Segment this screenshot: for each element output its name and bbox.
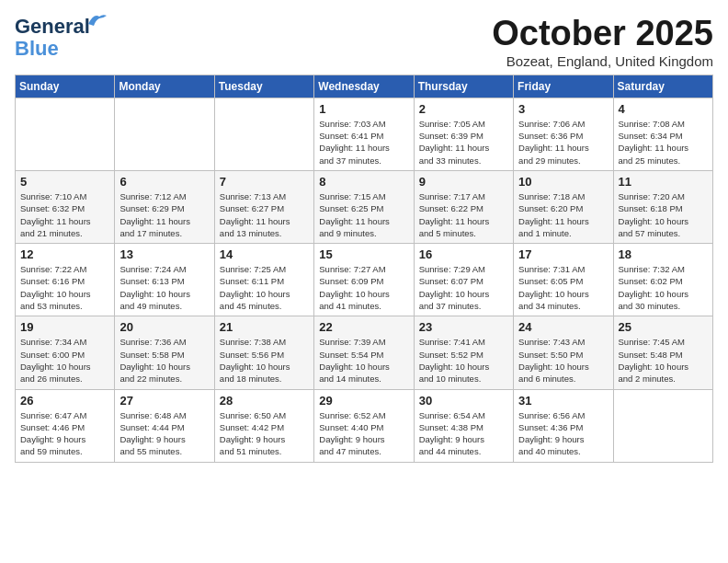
day-info: Sunrise: 7:17 AM Sunset: 6:22 PM Dayligh… — [419, 190, 508, 239]
calendar-cell: 26Sunrise: 6:47 AM Sunset: 4:46 PM Dayli… — [16, 389, 115, 462]
calendar-cell: 19Sunrise: 7:34 AM Sunset: 6:00 PM Dayli… — [16, 316, 115, 389]
day-number: 18 — [619, 247, 708, 261]
calendar-cell — [613, 389, 712, 462]
day-info: Sunrise: 7:31 AM Sunset: 6:05 PM Dayligh… — [518, 263, 608, 312]
day-info: Sunrise: 7:41 AM Sunset: 5:52 PM Dayligh… — [419, 336, 508, 385]
day-info: Sunrise: 7:13 AM Sunset: 6:27 PM Dayligh… — [220, 190, 309, 239]
day-info: Sunrise: 7:10 AM Sunset: 6:32 PM Dayligh… — [20, 190, 109, 239]
day-info: Sunrise: 6:54 AM Sunset: 4:38 PM Dayligh… — [419, 409, 508, 458]
day-number: 26 — [20, 394, 109, 408]
day-info: Sunrise: 7:32 AM Sunset: 6:02 PM Dayligh… — [619, 263, 708, 312]
calendar-cell: 3Sunrise: 7:06 AM Sunset: 6:36 PM Daylig… — [514, 98, 613, 170]
day-info: Sunrise: 7:29 AM Sunset: 6:07 PM Dayligh… — [419, 263, 508, 312]
calendar-week-3: 12Sunrise: 7:22 AM Sunset: 6:16 PM Dayli… — [16, 244, 713, 316]
day-number: 1 — [319, 102, 408, 116]
day-info: Sunrise: 7:27 AM Sunset: 6:09 PM Dayligh… — [319, 263, 408, 312]
calendar-cell: 2Sunrise: 7:05 AM Sunset: 6:39 PM Daylig… — [414, 98, 513, 170]
day-info: Sunrise: 7:03 AM Sunset: 6:41 PM Dayligh… — [319, 118, 408, 167]
calendar-cell: 14Sunrise: 7:25 AM Sunset: 6:11 PM Dayli… — [214, 244, 313, 316]
calendar-cell: 15Sunrise: 7:27 AM Sunset: 6:09 PM Dayli… — [314, 244, 414, 316]
calendar-cell: 31Sunrise: 6:56 AM Sunset: 4:36 PM Dayli… — [514, 389, 613, 462]
calendar-cell: 22Sunrise: 7:39 AM Sunset: 5:54 PM Dayli… — [314, 316, 414, 389]
day-info: Sunrise: 7:18 AM Sunset: 6:20 PM Dayligh… — [518, 190, 608, 239]
calendar-cell: 20Sunrise: 7:36 AM Sunset: 5:58 PM Dayli… — [115, 316, 214, 389]
day-number: 8 — [319, 175, 408, 189]
day-number: 24 — [518, 320, 608, 334]
day-number: 7 — [220, 175, 309, 189]
day-info: Sunrise: 7:05 AM Sunset: 6:39 PM Dayligh… — [419, 118, 508, 167]
day-number: 2 — [419, 102, 508, 116]
calendar-cell: 13Sunrise: 7:24 AM Sunset: 6:13 PM Dayli… — [115, 244, 214, 316]
day-info: Sunrise: 7:06 AM Sunset: 6:36 PM Dayligh… — [518, 118, 608, 167]
calendar-cell — [16, 98, 115, 170]
header: General Blue October 2025 Bozeat, Englan… — [15, 15, 713, 69]
day-number: 20 — [119, 320, 209, 334]
day-info: Sunrise: 6:56 AM Sunset: 4:36 PM Dayligh… — [518, 409, 608, 458]
day-info: Sunrise: 7:45 AM Sunset: 5:48 PM Dayligh… — [619, 336, 708, 385]
calendar-cell: 21Sunrise: 7:38 AM Sunset: 5:56 PM Dayli… — [214, 316, 313, 389]
calendar-cell: 29Sunrise: 6:52 AM Sunset: 4:40 PM Dayli… — [314, 389, 414, 462]
calendar-cell — [214, 98, 313, 170]
day-number: 21 — [220, 320, 309, 334]
day-info: Sunrise: 7:25 AM Sunset: 6:11 PM Dayligh… — [220, 263, 309, 312]
location: Bozeat, England, United Kingdom — [492, 53, 713, 69]
weekday-header-wednesday: Wednesday — [314, 75, 414, 98]
calendar-cell: 23Sunrise: 7:41 AM Sunset: 5:52 PM Dayli… — [414, 316, 513, 389]
calendar-cell: 5Sunrise: 7:10 AM Sunset: 6:32 PM Daylig… — [16, 170, 115, 243]
weekday-header-thursday: Thursday — [414, 75, 513, 98]
day-number: 6 — [119, 175, 209, 189]
calendar-week-1: 1Sunrise: 7:03 AM Sunset: 6:41 PM Daylig… — [16, 98, 713, 170]
day-number: 5 — [20, 175, 109, 189]
calendar-cell: 10Sunrise: 7:18 AM Sunset: 6:20 PM Dayli… — [514, 170, 613, 243]
day-info: Sunrise: 7:15 AM Sunset: 6:25 PM Dayligh… — [319, 190, 408, 239]
day-number: 3 — [518, 102, 608, 116]
day-number: 12 — [20, 247, 109, 261]
calendar-cell: 7Sunrise: 7:13 AM Sunset: 6:27 PM Daylig… — [214, 170, 313, 243]
weekday-header-saturday: Saturday — [613, 75, 712, 98]
calendar-cell: 17Sunrise: 7:31 AM Sunset: 6:05 PM Dayli… — [514, 244, 613, 316]
day-info: Sunrise: 7:08 AM Sunset: 6:34 PM Dayligh… — [619, 118, 708, 167]
calendar-cell: 25Sunrise: 7:45 AM Sunset: 5:48 PM Dayli… — [613, 316, 712, 389]
calendar-week-2: 5Sunrise: 7:10 AM Sunset: 6:32 PM Daylig… — [16, 170, 713, 243]
day-number: 22 — [319, 320, 408, 334]
calendar-cell: 16Sunrise: 7:29 AM Sunset: 6:07 PM Dayli… — [414, 244, 513, 316]
calendar-cell: 30Sunrise: 6:54 AM Sunset: 4:38 PM Dayli… — [414, 389, 513, 462]
calendar-cell: 24Sunrise: 7:43 AM Sunset: 5:50 PM Dayli… — [514, 316, 613, 389]
day-info: Sunrise: 7:12 AM Sunset: 6:29 PM Dayligh… — [119, 190, 209, 239]
calendar-cell: 28Sunrise: 6:50 AM Sunset: 4:42 PM Dayli… — [214, 389, 313, 462]
day-info: Sunrise: 7:22 AM Sunset: 6:16 PM Dayligh… — [20, 263, 109, 312]
weekday-header-row: SundayMondayTuesdayWednesdayThursdayFrid… — [16, 75, 713, 98]
day-info: Sunrise: 7:20 AM Sunset: 6:18 PM Dayligh… — [619, 190, 708, 239]
calendar-week-5: 26Sunrise: 6:47 AM Sunset: 4:46 PM Dayli… — [16, 389, 713, 462]
calendar-cell: 8Sunrise: 7:15 AM Sunset: 6:25 PM Daylig… — [314, 170, 414, 243]
day-number: 11 — [619, 175, 708, 189]
calendar-cell: 18Sunrise: 7:32 AM Sunset: 6:02 PM Dayli… — [613, 244, 712, 316]
weekday-header-friday: Friday — [514, 75, 613, 98]
calendar-table: SundayMondayTuesdayWednesdayThursdayFrid… — [15, 75, 713, 463]
day-info: Sunrise: 7:34 AM Sunset: 6:00 PM Dayligh… — [20, 336, 109, 385]
calendar-cell: 1Sunrise: 7:03 AM Sunset: 6:41 PM Daylig… — [314, 98, 414, 170]
day-info: Sunrise: 7:39 AM Sunset: 5:54 PM Dayligh… — [319, 336, 408, 385]
day-number: 27 — [119, 394, 209, 408]
logo: General Blue — [15, 15, 90, 61]
day-number: 16 — [419, 247, 508, 261]
day-info: Sunrise: 6:47 AM Sunset: 4:46 PM Dayligh… — [20, 409, 109, 458]
day-number: 30 — [419, 394, 508, 408]
calendar-cell: 12Sunrise: 7:22 AM Sunset: 6:16 PM Dayli… — [16, 244, 115, 316]
day-info: Sunrise: 6:50 AM Sunset: 4:42 PM Dayligh… — [220, 409, 309, 458]
calendar-cell: 11Sunrise: 7:20 AM Sunset: 6:18 PM Dayli… — [613, 170, 712, 243]
day-number: 29 — [319, 394, 408, 408]
day-number: 13 — [119, 247, 209, 261]
logo-bird-icon — [86, 11, 107, 28]
weekday-header-tuesday: Tuesday — [214, 75, 313, 98]
weekday-header-sunday: Sunday — [16, 75, 115, 98]
calendar-cell: 4Sunrise: 7:08 AM Sunset: 6:34 PM Daylig… — [613, 98, 712, 170]
month-title: October 2025 — [492, 15, 713, 53]
day-number: 4 — [619, 102, 708, 116]
calendar-cell: 9Sunrise: 7:17 AM Sunset: 6:22 PM Daylig… — [414, 170, 513, 243]
day-info: Sunrise: 7:43 AM Sunset: 5:50 PM Dayligh… — [518, 336, 608, 385]
calendar-cell: 27Sunrise: 6:48 AM Sunset: 4:44 PM Dayli… — [115, 389, 214, 462]
day-info: Sunrise: 7:24 AM Sunset: 6:13 PM Dayligh… — [119, 263, 209, 312]
calendar-week-4: 19Sunrise: 7:34 AM Sunset: 6:00 PM Dayli… — [16, 316, 713, 389]
day-number: 15 — [319, 247, 408, 261]
